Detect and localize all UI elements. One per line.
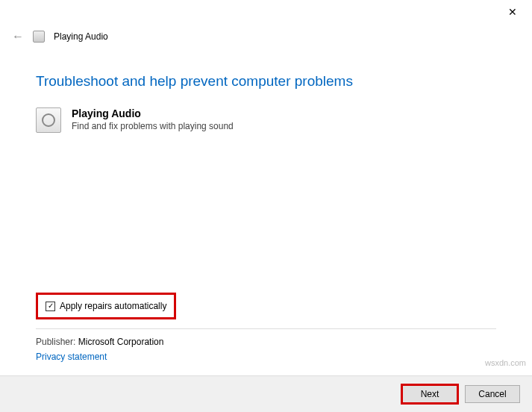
item-text: Playing Audio Find and fix problems with…	[72, 107, 234, 133]
checkbox-label: Apply repairs automatically	[60, 301, 166, 311]
titlebar: ✕	[0, 0, 532, 24]
apply-repairs-checkbox-group[interactable]: Apply repairs automatically	[36, 293, 176, 319]
header: ← Playing Audio	[0, 24, 532, 52]
back-arrow-icon[interactable]: ←	[12, 30, 24, 43]
close-icon[interactable]: ✕	[502, 3, 523, 21]
privacy-link[interactable]: Privacy statement	[36, 352, 496, 362]
publisher-label: Publisher:	[36, 337, 75, 347]
header-title: Playing Audio	[54, 31, 108, 42]
item-title: Playing Audio	[72, 107, 234, 119]
next-button[interactable]: Next	[402, 385, 457, 403]
cancel-button[interactable]: Cancel	[465, 385, 520, 403]
troubleshooter-window: ✕ ← Playing Audio Troubleshoot and help …	[0, 0, 532, 412]
publisher-row: Publisher: Microsoft Corporation	[36, 337, 496, 347]
checkbox-icon[interactable]	[46, 302, 55, 311]
page-heading: Troubleshoot and help prevent computer p…	[36, 73, 496, 90]
troubleshooter-item: Playing Audio Find and fix problems with…	[36, 107, 496, 133]
item-description: Find and fix problems with playing sound	[72, 121, 234, 131]
troubleshooter-icon	[33, 31, 45, 43]
footer: Next Cancel	[0, 375, 532, 412]
speaker-icon	[36, 107, 61, 133]
content-area: Troubleshoot and help prevent computer p…	[0, 52, 532, 375]
watermark: wsxdn.com	[485, 358, 526, 367]
separator	[36, 328, 496, 329]
publisher-value: Microsoft Corporation	[78, 337, 164, 347]
